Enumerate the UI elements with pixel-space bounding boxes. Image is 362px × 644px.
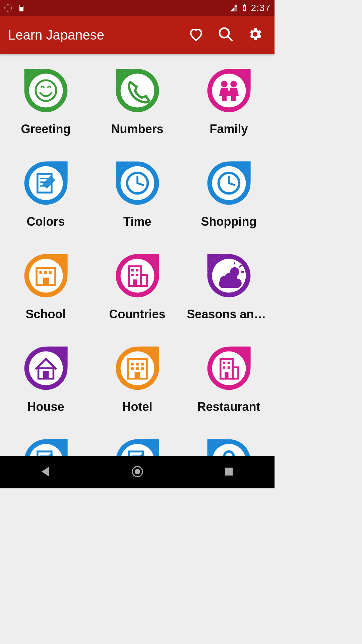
svg-rect-3: [22, 5, 23, 7]
category-label: Seasons and …: [187, 307, 271, 321]
category-label: Countries: [109, 307, 165, 321]
category-family[interactable]: Family: [187, 67, 271, 136]
category-content: Greeting Numbers Family Colors: [0, 54, 275, 456]
category-label: School: [25, 307, 66, 321]
svg-line-7: [228, 36, 232, 41]
category-label: Hotel: [122, 400, 153, 414]
category-icon-numbers: [114, 67, 161, 114]
category-icon-colors: [22, 160, 69, 207]
category-countries[interactable]: Countries: [96, 252, 179, 321]
category-colors[interactable]: Colors: [4, 160, 88, 229]
svg-point-9: [134, 469, 140, 475]
heart-icon: [188, 26, 204, 42]
nav-home-button[interactable]: [131, 465, 144, 480]
recent-icon: [222, 465, 236, 478]
category-seasons[interactable]: Seasons and …: [187, 252, 271, 321]
nav-back-button[interactable]: [39, 465, 53, 480]
favorites-button[interactable]: [188, 26, 204, 44]
signal-icon: [230, 4, 238, 12]
sd-card-icon: [17, 4, 25, 12]
category-icon-time: [114, 160, 161, 207]
category-icon-house: [22, 345, 69, 392]
battery-charging-icon: [240, 4, 248, 12]
category-icon-restaurant: [205, 345, 252, 392]
settings-button[interactable]: [247, 26, 263, 44]
svg-point-0: [5, 5, 11, 11]
category-restaurant[interactable]: Restaurant: [187, 345, 271, 414]
svg-rect-10: [225, 468, 233, 475]
svg-rect-2: [21, 5, 22, 7]
category-label: Numbers: [111, 122, 163, 136]
category-icon-partial3: [205, 437, 252, 456]
svg-rect-5: [244, 4, 245, 5]
category-grid: Greeting Numbers Family Colors: [0, 67, 275, 456]
category-icon-shopping: [205, 160, 252, 207]
svg-point-6: [220, 28, 229, 38]
category-partial1[interactable]: [4, 437, 88, 456]
category-label: Colors: [26, 215, 65, 229]
category-label: Family: [209, 122, 248, 136]
android-status-bar: 2:37: [0, 0, 275, 16]
gear-icon: [247, 26, 263, 42]
category-label: Time: [123, 215, 151, 229]
category-icon-seasons: [205, 252, 252, 299]
search-button[interactable]: [218, 26, 234, 44]
nav-recent-button[interactable]: [222, 465, 236, 480]
app-title: Learn Japanese: [8, 28, 188, 43]
category-label: Greeting: [21, 122, 70, 136]
category-time[interactable]: Time: [96, 160, 179, 229]
home-icon: [131, 465, 144, 478]
back-icon: [39, 465, 53, 478]
category-label: Restaurant: [197, 400, 260, 414]
status-time: 2:37: [251, 3, 271, 13]
category-icon-partial2: [114, 437, 161, 456]
category-icon-school: [22, 252, 69, 299]
category-icon-greeting: [22, 67, 69, 114]
android-nav-bar: [0, 456, 275, 488]
category-icon-hotel: [114, 345, 161, 392]
category-hotel[interactable]: Hotel: [96, 345, 179, 414]
category-shopping[interactable]: Shopping: [187, 160, 271, 229]
category-partial3[interactable]: [187, 437, 271, 456]
category-label: Shopping: [201, 215, 257, 229]
category-house[interactable]: House: [4, 345, 88, 414]
category-numbers[interactable]: Numbers: [96, 67, 179, 136]
svg-rect-1: [20, 5, 21, 7]
category-label: House: [27, 400, 64, 414]
category-icon-family: [205, 67, 252, 114]
category-greeting[interactable]: Greeting: [4, 67, 88, 136]
app-indicator-icon: [4, 4, 12, 12]
search-icon: [218, 26, 234, 42]
category-icon-partial1: [22, 437, 69, 456]
category-icon-countries: [114, 252, 161, 299]
category-school[interactable]: School: [4, 252, 88, 321]
app-bar: Learn Japanese: [0, 16, 275, 54]
category-partial2[interactable]: [96, 437, 179, 456]
